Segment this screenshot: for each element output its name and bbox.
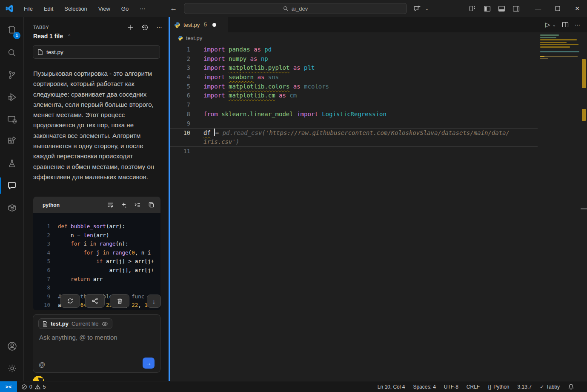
- file-icon: [37, 49, 43, 55]
- assistant-message: Пузырьковая сортировка - это алгоритм со…: [33, 69, 162, 182]
- menu-more-button[interactable]: ⋯: [135, 4, 149, 14]
- run-debug-icon[interactable]: [0, 86, 24, 108]
- breadcrumb-file[interactable]: test.py: [186, 35, 202, 41]
- search-icon: [283, 6, 289, 11]
- explorer-icon[interactable]: 1: [0, 17, 24, 42]
- tab-label: test.py: [183, 22, 200, 28]
- command-center-search[interactable]: ai_dev: [184, 3, 407, 14]
- wrap-lines-icon[interactable]: [106, 201, 115, 209]
- code-line: 3 for i in range(n):: [33, 240, 160, 249]
- remote-explorer-icon[interactable]: [0, 108, 24, 130]
- mention-button[interactable]: @: [39, 361, 45, 368]
- regenerate-button[interactable]: [60, 294, 80, 308]
- eye-icon[interactable]: [101, 320, 108, 327]
- line-number: 7: [170, 100, 190, 110]
- read-file-name: test.py: [46, 49, 63, 55]
- line-number: 11: [170, 147, 190, 156]
- line-number: 8: [33, 283, 50, 292]
- eol-sequence[interactable]: CRLF: [467, 384, 480, 390]
- line-number: 3: [33, 240, 50, 249]
- scroll-to-bottom-button[interactable]: ↓: [147, 295, 161, 308]
- share-button[interactable]: [85, 294, 105, 308]
- code-line: 2 n = len(arr): [33, 231, 160, 240]
- chevron-down-icon: ⌄: [553, 23, 556, 27]
- chat-input-box[interactable]: test.py Current file Ask anything, @ to …: [33, 314, 160, 373]
- read-file-item[interactable]: test.py: [33, 45, 160, 59]
- history-back-icon[interactable]: ←: [170, 4, 177, 13]
- tab-testpy[interactable]: test.py 5: [170, 17, 228, 32]
- customize-layout-icon[interactable]: [465, 0, 480, 17]
- tabby-avatar: [33, 376, 44, 381]
- new-chat-icon[interactable]: [125, 22, 135, 32]
- minimize-button[interactable]: —: [528, 0, 548, 17]
- remote-indicator[interactable]: ><: [0, 381, 17, 392]
- source-control-icon[interactable]: [0, 64, 24, 86]
- line-number: 6: [33, 266, 50, 275]
- toggle-primary-sidebar-icon[interactable]: [480, 0, 494, 17]
- search-view-icon[interactable]: [0, 42, 24, 64]
- code-line: 8: [33, 283, 160, 292]
- insert-at-cursor-icon[interactable]: [133, 201, 142, 209]
- settings-gear-icon[interactable]: [0, 357, 24, 379]
- warning-icon: [34, 384, 41, 390]
- code-line: 6 arr[j], arr[j+: [33, 266, 160, 275]
- line-number: 4: [33, 249, 50, 258]
- read-files-label: Read 1 file: [33, 33, 63, 40]
- indentation[interactable]: Spaces: 4: [413, 384, 435, 390]
- line-number: 2: [33, 231, 50, 240]
- menu-item-go[interactable]: Go: [117, 4, 133, 14]
- close-button[interactable]: ✕: [567, 0, 587, 17]
- editor-more-actions-icon[interactable]: ⋯: [575, 22, 580, 28]
- chevron-down-icon: ⌄: [425, 6, 429, 11]
- accounts-icon[interactable]: [0, 335, 24, 357]
- encoding[interactable]: UTF-8: [444, 384, 458, 390]
- vscode-logo-icon: [5, 4, 14, 13]
- code-line: 6import matplotlib.cm as cm: [170, 91, 538, 100]
- more-actions-icon[interactable]: ⋯: [154, 22, 164, 32]
- language-mode[interactable]: {} Python: [488, 384, 509, 390]
- apply-sparkle-icon[interactable]: [120, 201, 128, 209]
- context-file-chip[interactable]: test.py Current file: [38, 318, 112, 329]
- menu-item-view[interactable]: View: [94, 4, 115, 14]
- copilot-chat-icon: [410, 0, 424, 17]
- extensions-icon[interactable]: [0, 130, 24, 152]
- code-line: 5 if arr[j] > arr[j+: [33, 257, 160, 266]
- breadcrumb[interactable]: test.py: [170, 32, 587, 43]
- minimap[interactable]: [540, 34, 581, 60]
- container-tools-icon[interactable]: [0, 197, 24, 219]
- notifications-bell-icon[interactable]: [568, 383, 574, 390]
- code-line: 4 for j in range(0, n-i-: [33, 249, 160, 258]
- problems-summary[interactable]: 0 5: [21, 384, 46, 390]
- read-files-toggle[interactable]: Read 1 file ⌃: [33, 33, 71, 40]
- menu-item-edit[interactable]: Edit: [40, 4, 57, 14]
- status-bar: >< 0 5 Ln 10, Col 4 Spaces: 4 UTF-8 CRLF…: [0, 381, 587, 392]
- split-editor-icon[interactable]: [562, 21, 569, 28]
- cursor-position[interactable]: Ln 10, Col 4: [378, 384, 405, 390]
- tabby-chat-icon[interactable]: [0, 175, 24, 197]
- tabby-status[interactable]: ✓ Tabby: [540, 384, 560, 390]
- menu-item-file[interactable]: File: [20, 4, 37, 14]
- overview-ruler: [581, 17, 587, 381]
- braces-icon: {}: [488, 384, 491, 390]
- python-interpreter[interactable]: 3.13.7: [518, 384, 532, 390]
- sidebar-resize-sash[interactable]: [169, 17, 170, 381]
- tabby-sidebar: TABBY ⋯ Read 1 file ⌃ test.py Пузырькова…: [24, 17, 169, 381]
- search-value: ai_dev: [292, 6, 308, 12]
- line-number: 8: [170, 110, 190, 119]
- unsaved-dot-icon[interactable]: [212, 23, 216, 27]
- testing-icon[interactable]: [0, 152, 24, 175]
- delete-button[interactable]: [110, 294, 129, 308]
- maximize-button[interactable]: [548, 0, 567, 17]
- chat-input-placeholder: Ask anything, @ to mention: [39, 334, 117, 341]
- history-icon[interactable]: [140, 22, 150, 32]
- line-number: [170, 137, 190, 146]
- code-editor[interactable]: 1import pandas as pd2import numpy as np3…: [170, 44, 587, 381]
- copy-icon[interactable]: [147, 201, 155, 209]
- run-python-button[interactable]: ▷⌄: [545, 21, 556, 29]
- menu-item-selection[interactable]: Selection: [60, 4, 91, 14]
- send-button[interactable]: →: [143, 358, 155, 369]
- copilot-button[interactable]: ⌄: [410, 0, 429, 17]
- toggle-panel-icon[interactable]: [494, 0, 509, 17]
- toggle-secondary-sidebar-icon[interactable]: [509, 0, 523, 17]
- line-number: 5: [170, 82, 190, 92]
